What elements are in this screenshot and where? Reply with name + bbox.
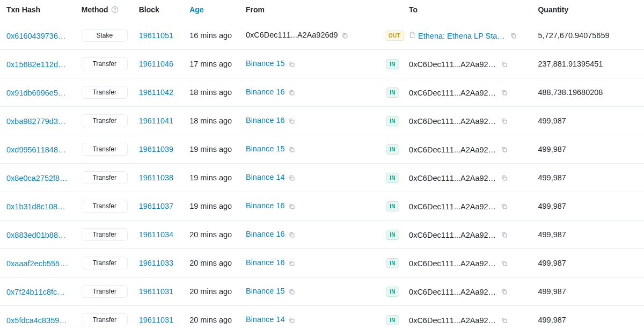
txn-hash-link[interactable]: 0x5fdca4c8359… (6, 316, 67, 325)
copy-icon[interactable] (288, 174, 296, 182)
to-address[interactable]: Ethena: Ethena LP Stak… (418, 32, 507, 40)
block-link[interactable]: 19611051 (139, 31, 174, 40)
block-link[interactable]: 19611037 (139, 202, 174, 210)
direction-badge: IN (386, 116, 399, 126)
svg-rect-17 (503, 233, 507, 237)
svg-rect-22 (290, 319, 294, 322)
copy-icon[interactable] (288, 259, 296, 268)
block-link[interactable]: 19611039 (139, 145, 174, 153)
copy-icon[interactable] (501, 174, 508, 182)
age-text: 20 mins ago (189, 230, 232, 239)
table-header-row: Txn Hash Method Block Age From To Quanti… (0, 0, 644, 21)
from-address[interactable]: Binance 15 (246, 144, 285, 153)
svg-rect-7 (503, 91, 507, 94)
copy-icon[interactable] (288, 288, 296, 296)
copy-icon[interactable] (288, 231, 296, 239)
table-row: 0x15682e112d…Transfer1961104617 mins ago… (0, 50, 644, 78)
copy-icon[interactable] (510, 32, 517, 40)
from-address[interactable]: Binance 16 (246, 258, 285, 267)
copy-icon[interactable] (501, 316, 508, 325)
block-link[interactable]: 19611042 (139, 88, 174, 97)
age-text: 20 mins ago (189, 259, 232, 267)
txn-hash-link[interactable]: 0x8e0ca2752f8… (6, 174, 68, 182)
quantity-value: 499,987 (538, 316, 566, 324)
svg-rect-20 (290, 290, 294, 294)
from-address[interactable]: Binance 14 (246, 315, 285, 324)
block-link[interactable]: 19611038 (139, 173, 174, 182)
from-address[interactable]: Binance 16 (246, 116, 285, 125)
copy-icon[interactable] (501, 89, 508, 97)
txn-hash-link[interactable]: 0xaaaf2ecb555… (6, 259, 68, 268)
txn-hash-link[interactable]: 0x883ed01b88… (6, 231, 65, 239)
table-row: 0x6160439736…Stake1961105116 mins ago0xC… (0, 21, 644, 50)
method-pill: Transfer (82, 313, 128, 326)
to-address: 0xC6Dec111...A2Aa926d9 (409, 145, 497, 154)
copy-icon[interactable] (501, 145, 508, 154)
header-method: Method (77, 0, 135, 21)
svg-rect-9 (503, 120, 507, 123)
method-pill: Transfer (82, 57, 128, 70)
direction-badge: IN (386, 287, 399, 297)
copy-icon[interactable] (501, 117, 508, 126)
age-text: 19 mins ago (189, 145, 232, 153)
quantity-value: 5,727,670.94075659 (538, 31, 609, 40)
age-text: 19 mins ago (189, 173, 232, 182)
help-icon[interactable] (111, 5, 119, 14)
copy-icon[interactable] (288, 202, 296, 211)
copy-icon[interactable] (501, 60, 508, 69)
block-link[interactable]: 19611031 (139, 287, 174, 296)
header-quantity: Quantity (533, 0, 644, 21)
header-age[interactable]: Age (185, 0, 241, 21)
copy-icon[interactable] (288, 117, 296, 126)
age-text: 18 mins ago (189, 88, 232, 97)
to-address: 0xC6Dec111...A2Aa926d9 (409, 316, 497, 325)
from-address[interactable]: Binance 16 (246, 87, 285, 96)
txn-hash-link[interactable]: 0xba982779d3… (6, 117, 65, 126)
block-link[interactable]: 19611041 (139, 116, 174, 125)
block-link[interactable]: 19611033 (139, 259, 174, 267)
table-row: 0x5fdca4c8359…Transfer1961103120 mins ag… (0, 306, 644, 330)
age-text: 19 mins ago (189, 202, 232, 210)
copy-icon[interactable] (288, 316, 296, 325)
block-link[interactable]: 19611031 (139, 316, 174, 324)
svg-rect-21 (503, 290, 507, 294)
method-pill: Transfer (82, 257, 128, 269)
copy-icon[interactable] (501, 288, 508, 296)
method-pill: Transfer (82, 86, 128, 99)
copy-icon[interactable] (501, 202, 508, 211)
to-address: 0xC6Dec111...A2Aa926d9 (409, 117, 497, 126)
from-address[interactable]: Binance 16 (246, 201, 285, 210)
direction-badge: IN (386, 230, 399, 240)
header-to: To (405, 0, 533, 21)
copy-icon[interactable] (288, 60, 296, 69)
svg-rect-14 (290, 205, 294, 208)
table-row: 0xba982779d3…Transfer1961104118 mins ago… (0, 107, 644, 135)
from-address[interactable]: Binance 14 (246, 173, 285, 181)
copy-icon[interactable] (288, 145, 296, 154)
svg-rect-3 (513, 34, 516, 38)
header-from: From (241, 0, 380, 21)
txn-hash-link[interactable]: 0x91db6996e5… (6, 89, 65, 97)
txn-hash-link[interactable]: 0x1b31d8c108… (6, 202, 65, 211)
svg-rect-16 (290, 233, 294, 237)
block-link[interactable]: 19611034 (139, 230, 174, 239)
transactions-table: Txn Hash Method Block Age From To Quanti… (0, 0, 644, 329)
method-pill: Transfer (82, 200, 128, 213)
svg-rect-10 (290, 148, 294, 151)
method-pill: Transfer (82, 114, 128, 127)
from-address[interactable]: Binance 15 (246, 287, 285, 295)
method-pill: Stake (82, 29, 128, 42)
from-address[interactable]: Binance 15 (246, 59, 285, 68)
txn-hash-link[interactable]: 0xd995611848… (6, 145, 65, 154)
copy-icon[interactable] (501, 231, 508, 239)
to-address: 0xC6Dec111...A2Aa926d9 (409, 89, 497, 97)
method-pill: Transfer (82, 143, 128, 156)
from-address[interactable]: Binance 16 (246, 230, 285, 238)
txn-hash-link[interactable]: 0x7f24b11c8fc… (6, 288, 65, 296)
copy-icon[interactable] (501, 259, 508, 268)
txn-hash-link[interactable]: 0x15682e112d… (6, 60, 65, 69)
txn-hash-link[interactable]: 0x6160439736… (6, 32, 65, 40)
copy-icon[interactable] (288, 89, 296, 97)
copy-icon[interactable] (341, 32, 349, 40)
block-link[interactable]: 19611046 (139, 60, 174, 68)
